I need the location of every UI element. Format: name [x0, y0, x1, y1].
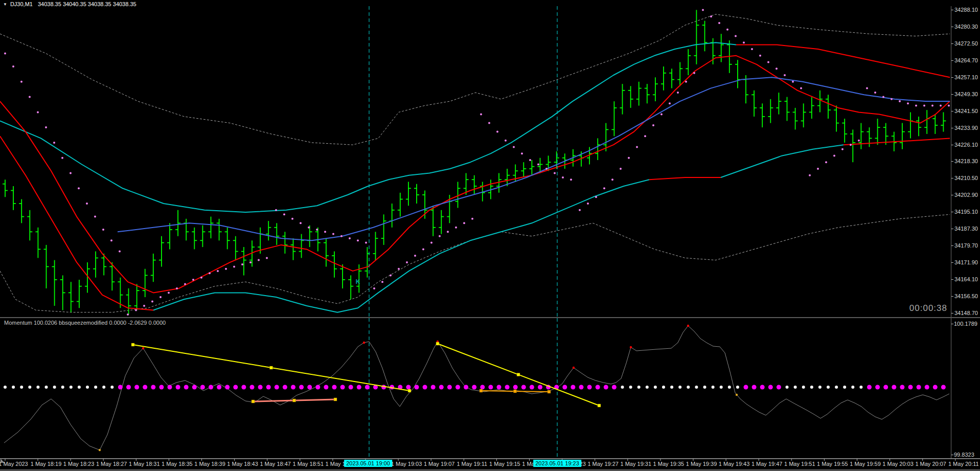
psar-dot [751, 48, 753, 50]
psar-dot [300, 222, 302, 224]
price-axis-label: 34241.50 [954, 108, 978, 114]
psar-dot [537, 164, 539, 166]
squeeze-dot [736, 386, 739, 389]
psar-dot [693, 72, 695, 74]
squeeze-dot [431, 385, 436, 390]
squeeze-dot [86, 386, 89, 389]
band-lower-red-1 [0, 136, 153, 310]
trendline-1-handle[interactable] [270, 366, 273, 369]
trendline-2-handle[interactable] [598, 404, 601, 407]
time-axis-label: 1 May 19:39 [686, 461, 717, 467]
symbol-dropdown-icon[interactable]: ▼ [3, 2, 7, 7]
trendline-1-handle[interactable] [408, 389, 411, 392]
squeeze-dot [703, 386, 706, 389]
psar-dot [817, 168, 819, 170]
squeeze-dot [621, 386, 624, 389]
segment-salmon-handle[interactable] [334, 398, 337, 401]
price-bar [801, 103, 806, 127]
squeeze-dot [579, 385, 584, 390]
psar-dot [611, 178, 613, 181]
squeeze-dot [786, 386, 789, 389]
squeeze-dot [110, 386, 113, 389]
price-axis-label: 34156.50 [954, 293, 978, 299]
squeeze-dot [802, 386, 805, 389]
price-bar [266, 221, 271, 240]
psar-dot [948, 105, 950, 107]
psar-dot [521, 152, 523, 154]
momentum-indicator-panel[interactable] [0, 318, 951, 458]
psar-dot [422, 248, 424, 250]
trendline-2-handle[interactable] [436, 342, 439, 345]
segment-orange-handle[interactable] [480, 389, 483, 392]
squeeze-dot [488, 385, 493, 390]
psar-dot [529, 159, 531, 161]
psar-dot [12, 65, 14, 68]
squeeze-dot [662, 386, 665, 389]
psar-dot [390, 274, 392, 276]
segment-salmon-handle[interactable] [252, 400, 255, 403]
price-bar [850, 129, 855, 162]
psar-dot [931, 105, 933, 107]
psar-dot [784, 74, 786, 76]
price-bar [77, 280, 82, 308]
price-bar [324, 238, 329, 266]
squeeze-dot [78, 386, 81, 389]
squeeze-dot [291, 385, 295, 390]
indicator-separator[interactable] [0, 317, 980, 318]
price-bar [381, 214, 386, 245]
squeeze-dot [184, 385, 189, 390]
trendline-1-handle[interactable] [131, 343, 134, 346]
psar-dot [316, 229, 318, 231]
price-bar [768, 99, 773, 123]
squeeze-dot [299, 385, 304, 390]
momentum-trough-dot [736, 394, 738, 396]
squeeze-dot [241, 385, 246, 390]
psar-dot [332, 233, 334, 235]
price-axis-label: 34171.90 [954, 259, 978, 265]
squeeze-dot [562, 385, 567, 390]
price-bar [406, 182, 411, 206]
price-bar [184, 219, 189, 241]
segment-orange-handle[interactable] [514, 390, 517, 393]
squeeze-dot [209, 385, 213, 390]
momentum-trough-dot [99, 449, 101, 451]
time-axis-label: 1 May 18:19 [31, 461, 62, 467]
price-bar [636, 82, 642, 106]
time-axis-label: 1 May 19:51 [784, 461, 815, 467]
price-bar [645, 84, 650, 103]
psar-dot [554, 172, 556, 174]
psar-dot [381, 281, 383, 283]
psar-dot [841, 148, 844, 150]
price-bar [472, 175, 477, 195]
time-axis-label: 1 May 2023 [0, 461, 28, 467]
indicator-axis-max: 100.1789 [954, 321, 977, 327]
psar-dot [61, 157, 63, 159]
psar-dot [20, 81, 22, 83]
psar-dot [217, 270, 219, 272]
psar-dot [4, 53, 6, 55]
squeeze-dot [20, 386, 23, 389]
time-axis-label: 1 May 18:43 [227, 461, 258, 467]
main-price-chart[interactable]: K [0, 6, 951, 317]
price-axis-label: 34210.50 [954, 175, 978, 181]
squeeze-dot [315, 385, 320, 390]
psar-dot [809, 174, 811, 176]
price-bar [439, 210, 444, 234]
price-bar [834, 106, 839, 132]
price-bar [233, 236, 238, 260]
psar-dot [70, 172, 72, 174]
price-bar [677, 62, 682, 86]
squeeze-dot [530, 385, 534, 390]
segment-salmon-handle[interactable] [293, 399, 296, 402]
squeeze-dot [192, 385, 197, 390]
squeeze-dot [28, 386, 31, 389]
segment-orange-handle[interactable] [548, 390, 551, 393]
trendline-2-handle[interactable] [517, 373, 520, 376]
squeeze-dot [538, 385, 542, 390]
band-upper-red [736, 45, 950, 78]
psar-dot [587, 203, 589, 205]
squeeze-dot [340, 385, 345, 390]
band-lower-teal-2 [721, 145, 844, 177]
psar-dot [636, 146, 638, 148]
time-axis-label: 1 May 20:03 [882, 461, 914, 467]
